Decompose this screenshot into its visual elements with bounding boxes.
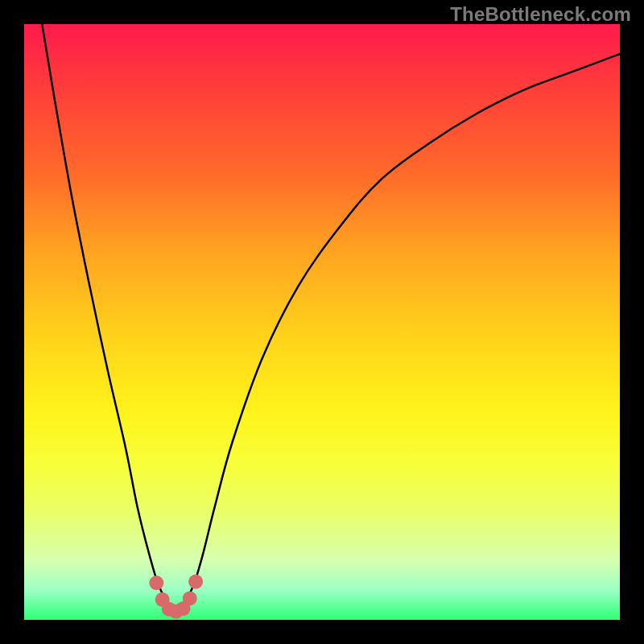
bottleneck-marker [188,575,203,589]
watermark-text: TheBottleneck.com [450,3,631,26]
bottleneck-marker [183,591,197,605]
bottleneck-markers [149,575,203,619]
plot-area [24,24,620,620]
bottleneck-curve [42,24,620,612]
chart-frame: TheBottleneck.com [0,0,644,644]
chart-svg [24,24,620,620]
bottleneck-marker [149,576,163,590]
